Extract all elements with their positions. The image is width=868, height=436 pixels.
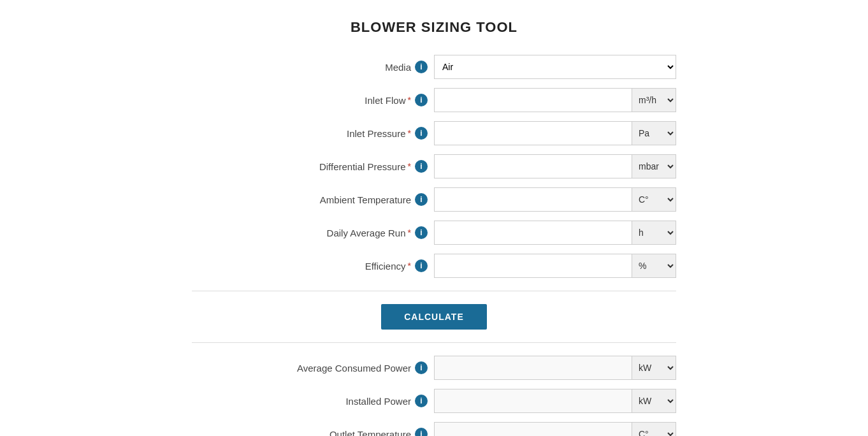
inlet-pressure-row: Inlet Pressure * i Pa mbar bar	[192, 121, 676, 145]
media-select[interactable]: Air	[434, 55, 676, 79]
page-title: BLOWER SIZING TOOL	[192, 19, 676, 36]
inlet-flow-input[interactable]	[434, 88, 632, 112]
media-label: Media i	[256, 61, 434, 73]
outlet-temperature-info-icon[interactable]: i	[415, 428, 428, 436]
media-info-icon[interactable]: i	[415, 61, 428, 73]
media-input-group: Air	[434, 55, 676, 79]
daily-average-run-label: Daily Average Run * i	[256, 226, 434, 239]
efficiency-info-icon[interactable]: i	[415, 259, 428, 272]
inlet-pressure-label: Inlet Pressure * i	[256, 127, 434, 140]
outlet-temperature-row: Outlet Temperature i C° F° K	[192, 422, 676, 436]
daily-average-run-unit-select[interactable]: h	[632, 221, 676, 245]
page-container: BLOWER SIZING TOOL Media i Air Inlet Flo…	[179, 0, 689, 436]
daily-average-run-input[interactable]	[434, 221, 632, 245]
installed-power-input-group: kW W hp	[434, 389, 676, 413]
inlet-flow-info-icon[interactable]: i	[415, 94, 428, 106]
media-row: Media i Air	[192, 55, 676, 79]
average-consumed-power-unit-select[interactable]: kW W hp	[632, 356, 676, 380]
installed-power-label: Installed Power i	[256, 395, 434, 407]
efficiency-input-group: %	[434, 254, 676, 278]
installed-power-info-icon[interactable]: i	[415, 395, 428, 407]
daily-average-run-input-group: h	[434, 221, 676, 245]
differential-pressure-input[interactable]	[434, 154, 632, 178]
outlet-temperature-label: Outlet Temperature i	[256, 428, 434, 436]
ambient-temperature-label: Ambient Temperature i	[256, 193, 434, 206]
installed-power-unit-select[interactable]: kW W hp	[632, 389, 676, 413]
inlet-pressure-info-icon[interactable]: i	[415, 127, 428, 140]
daily-average-run-info-icon[interactable]: i	[415, 226, 428, 239]
inlet-flow-label: Inlet Flow * i	[256, 94, 434, 106]
inlet-flow-input-group: m³/h m³/s CFM	[434, 88, 676, 112]
daily-average-run-required: *	[408, 228, 411, 238]
average-consumed-power-label: Average Consumed Power i	[256, 361, 434, 374]
efficiency-required: *	[408, 261, 411, 271]
ambient-temperature-input[interactable]	[434, 187, 632, 212]
differential-pressure-input-group: mbar Pa bar	[434, 154, 676, 178]
calculate-row: CALCULATE	[192, 304, 676, 330]
average-consumed-power-input-group: kW W hp	[434, 356, 676, 380]
efficiency-input[interactable]	[434, 254, 632, 278]
outlet-temperature-output	[434, 422, 632, 436]
average-consumed-power-output	[434, 356, 632, 380]
differential-pressure-required: *	[408, 161, 411, 171]
inlet-pressure-input[interactable]	[434, 121, 632, 145]
inlet-flow-unit-select[interactable]: m³/h m³/s CFM	[632, 88, 676, 112]
differential-pressure-row: Differential Pressure * i mbar Pa bar	[192, 154, 676, 178]
ambient-temperature-input-group: C° F° K	[434, 187, 676, 212]
inlet-flow-row: Inlet Flow * i m³/h m³/s CFM	[192, 88, 676, 112]
ambient-temperature-info-icon[interactable]: i	[415, 193, 428, 206]
inlet-pressure-input-group: Pa mbar bar	[434, 121, 676, 145]
output-section: Average Consumed Power i kW W hp Install…	[192, 356, 676, 436]
differential-pressure-unit-select[interactable]: mbar Pa bar	[632, 154, 676, 178]
form-section: Media i Air Inlet Flow * i m³/h m³/s	[192, 55, 676, 278]
inlet-pressure-required: *	[408, 128, 411, 138]
installed-power-output	[434, 389, 632, 413]
inlet-pressure-unit-select[interactable]: Pa mbar bar	[632, 121, 676, 145]
efficiency-row: Efficiency * i %	[192, 254, 676, 278]
top-divider	[192, 291, 676, 291]
ambient-temperature-unit-select[interactable]: C° F° K	[632, 187, 676, 212]
calculate-button[interactable]: CALCULATE	[381, 304, 487, 330]
average-consumed-power-info-icon[interactable]: i	[415, 361, 428, 374]
outlet-temperature-input-group: C° F° K	[434, 422, 676, 436]
efficiency-unit-select[interactable]: %	[632, 254, 676, 278]
inlet-flow-required: *	[408, 95, 411, 105]
installed-power-row: Installed Power i kW W hp	[192, 389, 676, 413]
ambient-temperature-row: Ambient Temperature i C° F° K	[192, 187, 676, 212]
differential-pressure-label: Differential Pressure * i	[256, 160, 434, 173]
differential-pressure-info-icon[interactable]: i	[415, 160, 428, 173]
daily-average-run-row: Daily Average Run * i h	[192, 221, 676, 245]
outlet-temperature-unit-select[interactable]: C° F° K	[632, 422, 676, 436]
average-consumed-power-row: Average Consumed Power i kW W hp	[192, 356, 676, 380]
middle-divider	[192, 342, 676, 343]
efficiency-label: Efficiency * i	[256, 259, 434, 272]
